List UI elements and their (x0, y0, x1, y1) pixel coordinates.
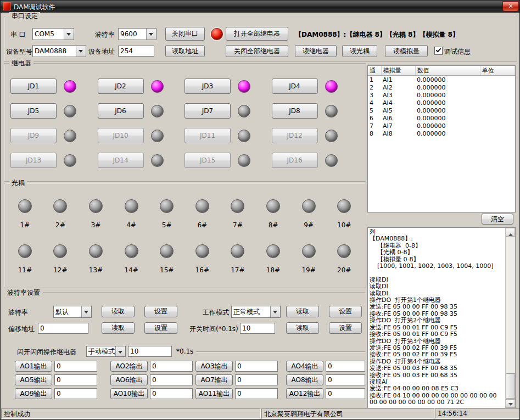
relay-button-jd2[interactable]: JD2 (98, 79, 144, 94)
relay-button-jd13[interactable]: JD13 (10, 153, 57, 168)
relay-light-11 (238, 130, 250, 142)
ao-output-button-7[interactable]: AO7输出 (195, 374, 233, 385)
flash-mode-select[interactable]: 手动模式 (86, 346, 126, 357)
ao-output-button-6[interactable]: AO6输出 (110, 374, 148, 385)
opto-label-18#: 18# (266, 266, 280, 274)
relay-button-jd7[interactable]: JD7 (184, 103, 231, 119)
baud-select[interactable]: 9600 (118, 28, 156, 40)
table-cell: AI5 (381, 107, 415, 114)
chevron-down-icon[interactable] (64, 29, 74, 40)
opto-label-19#: 19# (301, 266, 315, 274)
status-message: 控制成功 (1, 408, 261, 419)
chevron-down-icon[interactable] (270, 306, 280, 317)
baudrate-select[interactable]: 默认 (53, 306, 92, 318)
relay-cell-8: JD8 (272, 103, 359, 119)
switch-time-read-button[interactable]: 读取 (286, 322, 319, 334)
offset-address-field[interactable] (38, 323, 88, 334)
table-row: 4AI40.000000 (368, 99, 515, 107)
relay-button-jd3[interactable]: JD3 (184, 79, 231, 94)
ao-output-field-11[interactable] (235, 388, 278, 399)
read-analog-button[interactable]: 读模拟量 (385, 45, 428, 57)
address-label: 设备地址 (88, 47, 115, 57)
work-mode-set-button[interactable]: 设置 (329, 306, 362, 317)
ao-output-field-3[interactable] (235, 361, 278, 372)
read-opto-button[interactable]: 读光耦 (342, 45, 377, 57)
ao-output-button-9[interactable]: AO9输出 (15, 388, 52, 399)
ao-output-button-10[interactable]: AO10输出 (110, 388, 148, 399)
ao-output-button-11[interactable]: AO11输出 (195, 388, 233, 399)
close-serial-button[interactable]: 关闭串口 (165, 27, 205, 41)
offset-read-button[interactable]: 读取 (102, 322, 135, 334)
relay-cell-2: JD2 (98, 79, 185, 94)
ao-output-field-6[interactable] (150, 374, 193, 385)
relay-button-jd16[interactable]: JD16 (272, 153, 318, 168)
close-button[interactable]: ✕ (502, 1, 519, 12)
work-mode-read-button[interactable]: 读取 (286, 306, 319, 317)
flash-unit-label: *0.1s (176, 348, 193, 355)
chevron-down-icon[interactable] (76, 46, 86, 57)
chevron-down-icon[interactable] (81, 306, 91, 317)
opto-cell-10#: 10# (326, 199, 362, 237)
relay-button-jd10[interactable]: JD10 (98, 128, 144, 143)
opto-label-3#: 3# (91, 221, 101, 229)
ao-output-button-1[interactable]: AO1输出 (15, 361, 52, 372)
device-address-field[interactable] (118, 46, 154, 57)
switch-time-set-button[interactable]: 设置 (329, 322, 362, 334)
relay-light-3 (238, 80, 250, 93)
relay-light-9 (64, 130, 76, 142)
chevron-down-icon[interactable] (146, 29, 156, 40)
ao-output-field-10[interactable] (150, 388, 193, 399)
relay-button-jd15[interactable]: JD15 (184, 153, 231, 168)
relay-button-jd1[interactable]: JD1 (10, 79, 57, 94)
relay-button-jd6[interactable]: JD6 (98, 103, 144, 119)
opto-label-6#: 6# (197, 221, 207, 229)
table-cell: 7 (368, 122, 381, 130)
scroll-up-icon[interactable] (506, 228, 515, 237)
clear-button[interactable]: 清空 (482, 214, 513, 225)
ao-output-field-12[interactable] (326, 388, 365, 399)
ao-output-button-5[interactable]: AO5输出 (15, 374, 52, 385)
relay-button-jd12[interactable]: JD12 (272, 128, 318, 143)
flash-relay-label: 闪开闪闭操作继电器 (17, 348, 76, 357)
ao-output-field-7[interactable] (235, 374, 278, 385)
ao-output-button-2[interactable]: AO2输出 (110, 361, 148, 372)
switch-time-field[interactable] (240, 323, 275, 334)
baud-value: 9600 (119, 30, 146, 38)
chevron-down-icon[interactable] (115, 346, 125, 356)
relay-button-jd5[interactable]: JD5 (10, 103, 57, 119)
read-relay-button[interactable]: 读继电器 (295, 45, 337, 57)
ao-output-button-8[interactable]: AO8输出 (286, 374, 323, 385)
table-cell: 0.000000 (415, 122, 480, 130)
baudrate-read-button[interactable]: 读取 (102, 306, 135, 317)
flash-time-field[interactable] (128, 346, 172, 357)
ao-output-field-8[interactable] (326, 374, 365, 385)
relay-light-8 (325, 105, 338, 117)
read-address-button[interactable]: 读取地址 (165, 45, 205, 57)
ao-output-field-5[interactable] (54, 374, 97, 385)
scroll-down-icon[interactable] (506, 399, 515, 408)
model-select[interactable]: DAM0888 (32, 45, 86, 57)
work-mode-select[interactable]: 正常模式 (231, 306, 281, 318)
serial-group-title: 串口设定 (9, 12, 40, 20)
offset-set-button[interactable]: 设置 (144, 322, 177, 334)
ao-output-field-4[interactable] (326, 361, 365, 372)
port-select[interactable]: COM5 (32, 28, 74, 40)
relay-button-jd9[interactable]: JD9 (10, 128, 57, 143)
ao-output-field-2[interactable] (150, 361, 193, 372)
separator (43, 292, 365, 293)
relay-button-jd14[interactable]: JD14 (98, 153, 144, 168)
baudrate-set-button[interactable]: 设置 (144, 306, 177, 317)
ao-output-field-1[interactable] (54, 361, 97, 372)
open-all-relays-button[interactable]: 打开全部继电器 (226, 27, 288, 41)
ao-output-button-12[interactable]: AO12输出 (286, 388, 323, 399)
relay-button-jd8[interactable]: JD8 (272, 103, 318, 119)
relay-button-jd4[interactable]: JD4 (272, 79, 318, 94)
relay-cell-5: JD5 (10, 103, 98, 119)
table-cell: AI7 (381, 122, 415, 130)
close-all-relays-button[interactable]: 关闭全部继电器 (226, 45, 288, 57)
relay-button-jd11[interactable]: JD11 (184, 128, 231, 143)
ao-output-field-9[interactable] (54, 388, 97, 399)
ao-output-button-4[interactable]: AO4输出 (286, 361, 323, 372)
ao-output-button-3[interactable]: AO3输出 (195, 361, 233, 372)
debug-info-checkbox[interactable] (434, 47, 443, 55)
